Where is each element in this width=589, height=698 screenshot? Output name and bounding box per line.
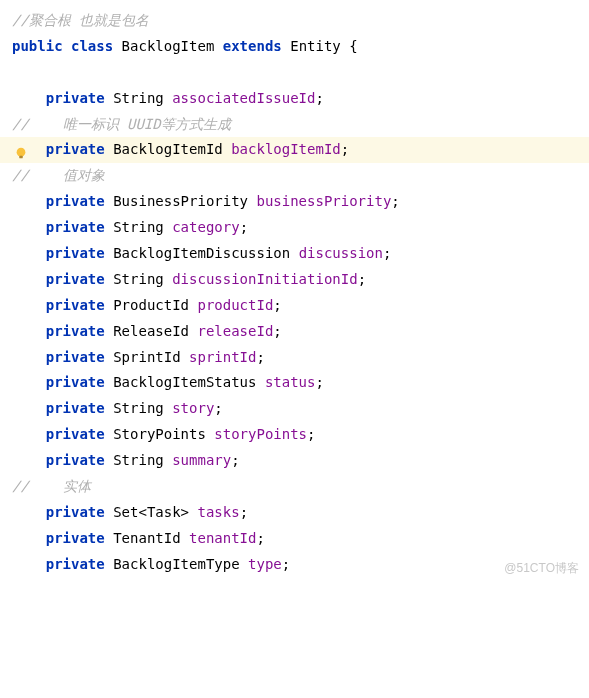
type: String [113,452,164,468]
classname: BacklogItem [122,38,215,54]
semicolon: ; [315,374,323,390]
attribution-text: @51CTO博客 [504,557,579,579]
semicolon: ; [358,271,366,287]
svg-point-0 [17,148,26,157]
code-line-field: private StoryPoints storyPoints; [0,422,589,448]
keyword-private: private [46,193,105,209]
type: String [113,90,164,106]
keyword-private: private [46,245,105,261]
field-name: discussionInitiationId [172,271,357,287]
semicolon: ; [256,349,264,365]
type: TenantId [113,530,180,546]
type: StoryPoints [113,426,206,442]
semicolon: ; [273,297,281,313]
code-line-blank [0,60,589,86]
type: BacklogItemDiscussion [113,245,290,261]
field-name: story [172,400,214,416]
keyword-private: private [46,141,105,157]
type: String [113,400,164,416]
semicolon: ; [282,556,290,572]
code-line-field: private BacklogItemDiscussion discussion… [0,241,589,267]
field-name: storyPoints [214,426,307,442]
code-line-class-decl: public class BacklogItem extends Entity … [0,34,589,60]
code-line-comment: // 唯一标识 UUID等方式生成 [0,112,589,138]
code-line-field: private String associatedIssueId; [0,86,589,112]
code-line-field: private String discussionInitiationId; [0,267,589,293]
type: String [113,219,164,235]
keyword-private: private [46,219,105,235]
code-line-field: private BacklogItemType type; [0,552,589,578]
keyword-private: private [46,349,105,365]
keyword-extends: extends [223,38,282,54]
type: BacklogItemType [113,556,239,572]
keyword-private: private [46,90,105,106]
semicolon: ; [240,504,248,520]
field-name: sprintId [189,349,256,365]
field-name: releaseId [197,323,273,339]
field-name: status [265,374,316,390]
open-brace: { [349,38,357,54]
type: SprintId [113,349,180,365]
code-line-field: private String category; [0,215,589,241]
field-name: businessPriority [256,193,391,209]
code-line-field: private BacklogItemStatus status; [0,370,589,396]
keyword-class: class [71,38,113,54]
code-line-field: private String story; [0,396,589,422]
type: ReleaseId [113,323,189,339]
keyword-private: private [46,452,105,468]
field-name: discussion [299,245,383,261]
comment-text: // 值对象 [12,167,105,183]
keyword-private: private [46,504,105,520]
keyword-public: public [12,38,63,54]
semicolon: ; [240,219,248,235]
code-line-comment: //聚合根 也就是包名 [0,8,589,34]
keyword-private: private [46,297,105,313]
keyword-private: private [46,374,105,390]
semicolon: ; [341,141,349,157]
field-name: associatedIssueId [172,90,315,106]
field-name: category [172,219,239,235]
code-line-comment: // 值对象 [0,163,589,189]
type: String [113,271,164,287]
keyword-private: private [46,556,105,572]
field-name: productId [197,297,273,313]
comment-text: // 唯一标识 UUID等方式生成 [12,116,231,132]
field-name: summary [172,452,231,468]
comment-text: // 实体 [12,478,91,494]
semicolon: ; [273,323,281,339]
type: ProductId [113,297,189,313]
keyword-private: private [46,530,105,546]
code-line-field: private TenantId tenantId; [0,526,589,552]
code-line-field-highlighted: private BacklogItemId backlogItemId; [0,137,589,163]
code-line-field: private ReleaseId releaseId; [0,319,589,345]
semicolon: ; [256,530,264,546]
semicolon: ; [391,193,399,209]
type: BusinessPriority [113,193,248,209]
semicolon: ; [383,245,391,261]
semicolon: ; [231,452,239,468]
field-name: tasks [197,504,239,520]
keyword-private: private [46,271,105,287]
svg-rect-1 [19,156,23,159]
semicolon: ; [315,90,323,106]
code-line-comment: // 实体 [0,474,589,500]
field-name: backlogItemId [231,141,341,157]
type: BacklogItemId [113,141,223,157]
code-line-field: private SprintId sprintId; [0,345,589,371]
type: Set<Task> [113,504,189,520]
keyword-private: private [46,400,105,416]
code-line-field: private String summary; [0,448,589,474]
comment-text: //聚合根 也就是包名 [12,12,149,28]
bulb-icon[interactable] [14,143,28,157]
semicolon: ; [214,400,222,416]
code-line-field: private Set<Task> tasks; [0,500,589,526]
field-name: type [248,556,282,572]
field-name: tenantId [189,530,256,546]
code-line-field: private ProductId productId; [0,293,589,319]
keyword-private: private [46,323,105,339]
keyword-private: private [46,426,105,442]
code-line-field: private BusinessPriority businessPriorit… [0,189,589,215]
type: BacklogItemStatus [113,374,256,390]
classname: Entity [290,38,341,54]
semicolon: ; [307,426,315,442]
